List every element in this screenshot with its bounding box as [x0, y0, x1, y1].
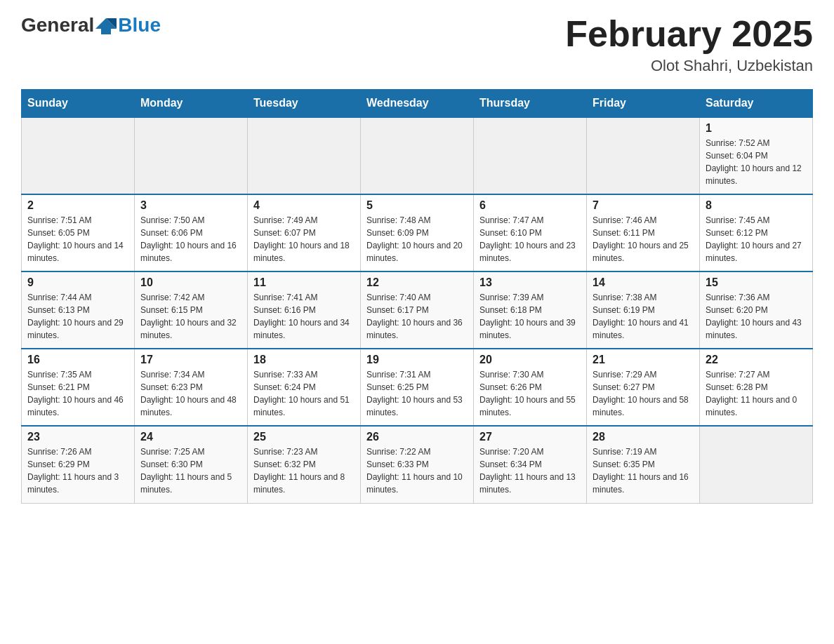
calendar-cell: 21Sunrise: 7:29 AMSunset: 6:27 PMDayligh…: [587, 349, 700, 426]
calendar-cell: 25Sunrise: 7:23 AMSunset: 6:32 PMDayligh…: [248, 426, 361, 503]
weekday-header-sunday: Sunday: [22, 90, 135, 118]
week-row-3: 9Sunrise: 7:44 AMSunset: 6:13 PMDaylight…: [22, 271, 813, 349]
day-number: 15: [706, 276, 807, 289]
calendar-cell: 20Sunrise: 7:30 AMSunset: 6:26 PMDayligh…: [474, 349, 587, 426]
calendar-cell: [135, 117, 248, 194]
calendar-cell: [248, 117, 361, 194]
day-info: Sunrise: 7:47 AMSunset: 6:10 PMDaylight:…: [479, 214, 581, 264]
day-number: 25: [253, 431, 355, 443]
logo: General Blue: [21, 14, 161, 36]
day-number: 23: [27, 431, 128, 443]
logo-icon: [95, 15, 117, 36]
calendar-cell: 23Sunrise: 7:26 AMSunset: 6:29 PMDayligh…: [22, 426, 135, 503]
svg-marker-1: [101, 29, 111, 34]
day-info: Sunrise: 7:29 AMSunset: 6:27 PMDaylight:…: [593, 368, 694, 419]
day-number: 24: [140, 431, 241, 443]
week-row-2: 2Sunrise: 7:51 AMSunset: 6:05 PMDaylight…: [22, 194, 813, 271]
weekday-header-saturday: Saturday: [700, 90, 813, 118]
day-info: Sunrise: 7:27 AMSunset: 6:28 PMDaylight:…: [706, 368, 807, 419]
day-info: Sunrise: 7:31 AMSunset: 6:25 PMDaylight:…: [366, 368, 468, 419]
weekday-header-thursday: Thursday: [474, 90, 587, 118]
location: Olot Shahri, Uzbekistan: [565, 57, 813, 75]
calendar-cell: [361, 117, 474, 194]
day-info: Sunrise: 7:52 AMSunset: 6:04 PMDaylight:…: [706, 137, 807, 187]
week-row-4: 16Sunrise: 7:35 AMSunset: 6:21 PMDayligh…: [22, 349, 813, 426]
calendar-cell: [22, 117, 135, 194]
day-number: 6: [479, 199, 581, 212]
logo-text-blue: Blue: [118, 14, 161, 36]
calendar-table: SundayMondayTuesdayWednesdayThursdayFrid…: [21, 89, 813, 504]
calendar-cell: [700, 426, 813, 503]
day-number: 17: [140, 354, 241, 366]
day-number: 7: [593, 199, 694, 212]
calendar-cell: 7Sunrise: 7:46 AMSunset: 6:11 PMDaylight…: [587, 194, 700, 271]
day-info: Sunrise: 7:40 AMSunset: 6:17 PMDaylight:…: [366, 291, 468, 342]
day-info: Sunrise: 7:49 AMSunset: 6:07 PMDaylight:…: [253, 214, 355, 264]
day-info: Sunrise: 7:25 AMSunset: 6:30 PMDaylight:…: [140, 445, 241, 496]
day-number: 14: [593, 276, 694, 289]
day-number: 20: [479, 354, 581, 366]
month-title: February 2025: [565, 14, 813, 54]
day-info: Sunrise: 7:50 AMSunset: 6:06 PMDaylight:…: [140, 214, 241, 264]
day-number: 26: [366, 431, 468, 443]
day-number: 10: [140, 276, 241, 289]
day-number: 19: [366, 354, 468, 366]
logo-text-general: General: [21, 14, 94, 36]
day-info: Sunrise: 7:26 AMSunset: 6:29 PMDaylight:…: [27, 445, 128, 496]
day-number: 2: [27, 199, 128, 212]
calendar-cell: 6Sunrise: 7:47 AMSunset: 6:10 PMDaylight…: [474, 194, 587, 271]
day-number: 1: [706, 122, 807, 135]
day-number: 9: [27, 276, 128, 289]
title-block: February 2025 Olot Shahri, Uzbekistan: [565, 14, 813, 75]
day-info: Sunrise: 7:44 AMSunset: 6:13 PMDaylight:…: [27, 291, 128, 342]
day-number: 11: [253, 276, 355, 289]
day-number: 16: [27, 354, 128, 366]
calendar-cell: 8Sunrise: 7:45 AMSunset: 6:12 PMDaylight…: [700, 194, 813, 271]
calendar-cell: 18Sunrise: 7:33 AMSunset: 6:24 PMDayligh…: [248, 349, 361, 426]
calendar-cell: 26Sunrise: 7:22 AMSunset: 6:33 PMDayligh…: [361, 426, 474, 503]
day-info: Sunrise: 7:35 AMSunset: 6:21 PMDaylight:…: [27, 368, 128, 419]
day-info: Sunrise: 7:46 AMSunset: 6:11 PMDaylight:…: [593, 214, 694, 264]
calendar-cell: 4Sunrise: 7:49 AMSunset: 6:07 PMDaylight…: [248, 194, 361, 271]
day-number: 3: [140, 199, 241, 212]
day-number: 5: [366, 199, 468, 212]
day-number: 27: [479, 431, 581, 443]
day-number: 22: [706, 354, 807, 366]
calendar-cell: 16Sunrise: 7:35 AMSunset: 6:21 PMDayligh…: [22, 349, 135, 426]
page-header: General Blue February 2025 Olot Shahri, …: [21, 14, 813, 75]
calendar-cell: 15Sunrise: 7:36 AMSunset: 6:20 PMDayligh…: [700, 271, 813, 349]
day-number: 4: [253, 199, 355, 212]
day-number: 28: [593, 431, 694, 443]
calendar-cell: 5Sunrise: 7:48 AMSunset: 6:09 PMDaylight…: [361, 194, 474, 271]
calendar-cell: 22Sunrise: 7:27 AMSunset: 6:28 PMDayligh…: [700, 349, 813, 426]
calendar-cell: 2Sunrise: 7:51 AMSunset: 6:05 PMDaylight…: [22, 194, 135, 271]
calendar-cell: 9Sunrise: 7:44 AMSunset: 6:13 PMDaylight…: [22, 271, 135, 349]
day-number: 8: [706, 199, 807, 212]
calendar-cell: 19Sunrise: 7:31 AMSunset: 6:25 PMDayligh…: [361, 349, 474, 426]
calendar-cell: 1Sunrise: 7:52 AMSunset: 6:04 PMDaylight…: [700, 117, 813, 194]
calendar-cell: 27Sunrise: 7:20 AMSunset: 6:34 PMDayligh…: [474, 426, 587, 503]
day-info: Sunrise: 7:51 AMSunset: 6:05 PMDaylight:…: [27, 214, 128, 264]
weekday-header-row: SundayMondayTuesdayWednesdayThursdayFrid…: [22, 90, 813, 118]
day-number: 21: [593, 354, 694, 366]
day-info: Sunrise: 7:33 AMSunset: 6:24 PMDaylight:…: [253, 368, 355, 419]
weekday-header-friday: Friday: [587, 90, 700, 118]
day-info: Sunrise: 7:23 AMSunset: 6:32 PMDaylight:…: [253, 445, 355, 496]
day-info: Sunrise: 7:34 AMSunset: 6:23 PMDaylight:…: [140, 368, 241, 419]
week-row-1: 1Sunrise: 7:52 AMSunset: 6:04 PMDaylight…: [22, 117, 813, 194]
calendar-cell: 3Sunrise: 7:50 AMSunset: 6:06 PMDaylight…: [135, 194, 248, 271]
day-info: Sunrise: 7:30 AMSunset: 6:26 PMDaylight:…: [479, 368, 581, 419]
day-info: Sunrise: 7:22 AMSunset: 6:33 PMDaylight:…: [366, 445, 468, 496]
day-number: 13: [479, 276, 581, 289]
calendar-cell: [587, 117, 700, 194]
day-info: Sunrise: 7:41 AMSunset: 6:16 PMDaylight:…: [253, 291, 355, 342]
day-info: Sunrise: 7:20 AMSunset: 6:34 PMDaylight:…: [479, 445, 581, 496]
calendar-cell: 17Sunrise: 7:34 AMSunset: 6:23 PMDayligh…: [135, 349, 248, 426]
day-info: Sunrise: 7:42 AMSunset: 6:15 PMDaylight:…: [140, 291, 241, 342]
weekday-header-monday: Monday: [135, 90, 248, 118]
day-info: Sunrise: 7:38 AMSunset: 6:19 PMDaylight:…: [593, 291, 694, 342]
calendar-cell: 28Sunrise: 7:19 AMSunset: 6:35 PMDayligh…: [587, 426, 700, 503]
calendar-cell: 14Sunrise: 7:38 AMSunset: 6:19 PMDayligh…: [587, 271, 700, 349]
calendar-cell: 11Sunrise: 7:41 AMSunset: 6:16 PMDayligh…: [248, 271, 361, 349]
calendar-cell: 13Sunrise: 7:39 AMSunset: 6:18 PMDayligh…: [474, 271, 587, 349]
